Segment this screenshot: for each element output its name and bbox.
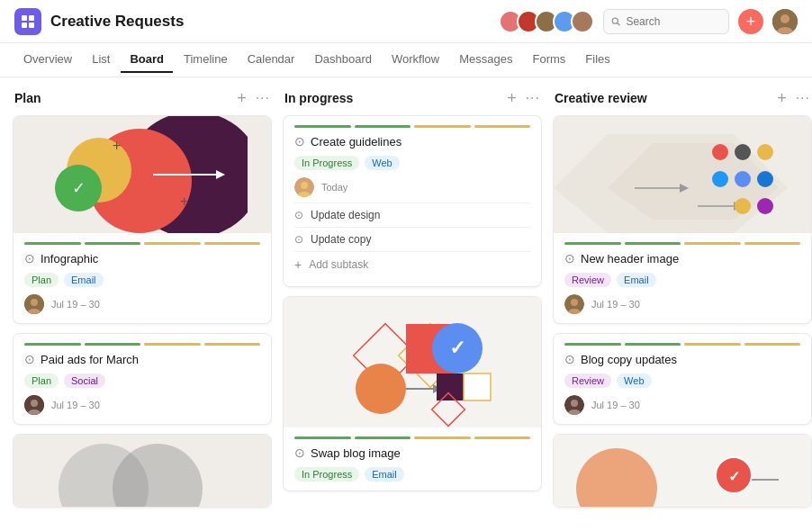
card-title-guidelines: ⊙ Create guidelines [294,134,530,148]
column-menu-inprogress[interactable]: ··· [526,90,540,106]
card-guidelines[interactable]: ⊙ Create guidelines In Progress Web Toda… [283,115,542,287]
check-icon: ⊙ [294,134,305,148]
card-image-swap-blog: ✓ [284,297,541,428]
column-add-review[interactable]: + [777,90,787,106]
subtask-update-copy[interactable]: ⊙ Update copy [294,227,530,251]
card-image-infographic: ✓ + + [14,116,271,233]
search-bar[interactable] [603,9,729,34]
card-review-fourth[interactable]: ✓ [553,434,812,508]
footer-avatar [294,177,314,197]
card-footer-blog-copy: Jul 19 – 30 [564,395,800,415]
tag-email: Email [617,273,656,287]
svg-point-61 [576,448,657,507]
app-title: Creative Requests [50,13,499,31]
check-icon: ⊙ [564,352,575,366]
subtask-check-icon: ⊙ [294,233,303,246]
tag-web: Web [365,156,399,170]
date-infographic: Jul 19 – 30 [51,299,100,310]
tags-swap-blog: In Progress Email [294,467,530,482]
svg-point-34 [356,364,406,414]
tags-blog-copy: Review Web [564,374,800,388]
footer-avatar [24,395,44,415]
review-fourth-art: ✓ [554,435,788,507]
plan-third-art [14,435,248,507]
card-swap-blog[interactable]: ✓ [283,296,542,491]
swap-blog-art: ✓ [300,297,525,428]
column-header-review: Creative review + ··· [553,90,812,106]
nav-item-board[interactable]: Board [121,47,173,73]
nav-item-calendar[interactable]: Calendar [239,47,304,73]
tag-inprogress: In Progress [294,467,359,482]
svg-point-49 [757,144,773,160]
tags-new-header: Review Email [564,273,800,287]
footer-avatar [564,294,584,314]
svg-point-48 [735,144,751,160]
column-title-review: Creative review [555,91,647,105]
column-menu-plan[interactable]: ··· [256,90,270,106]
app-icon [14,8,41,35]
nav-item-timeline[interactable]: Timeline [175,47,237,73]
nav-item-forms[interactable]: Forms [523,47,574,73]
nav-item-workflow[interactable]: Workflow [383,47,448,73]
card-body-infographic: ⊙ Infographic Plan Email Jul 19 – 30 [14,233,271,323]
subtask-update-design[interactable]: ⊙ Update design [294,202,530,227]
svg-point-53 [735,198,751,214]
infographic-art: ✓ + + [14,116,248,233]
card-blog-copy[interactable]: ⊙ Blog copy updates Review Web Jul 19 – … [553,333,812,425]
new-header-art [554,116,788,233]
column-header-inprogress: In progress + ··· [283,90,542,106]
add-subtask-btn[interactable]: + Add subtask [294,251,530,277]
date-guidelines: Today [321,182,347,193]
add-icon: + [294,257,302,272]
column-creative-review: Creative review + ··· [553,90,812,518]
tag-review: Review [564,374,611,388]
header: Creative Requests + [0,0,812,43]
nav-item-messages[interactable]: Messages [450,47,521,73]
nav-item-dashboard[interactable]: Dashboard [305,47,381,73]
svg-point-22 [31,400,38,407]
date-blog-copy: Jul 19 – 30 [591,400,640,410]
nav-item-files[interactable]: Files [576,47,618,73]
nav-bar: Overview List Board Timeline Calendar Da… [0,43,812,77]
svg-point-51 [735,171,751,187]
svg-text:+: + [180,194,188,209]
avatar [571,10,594,33]
svg-rect-38 [464,374,491,400]
card-title-infographic: ⊙ Infographic [24,251,260,266]
card-infographic[interactable]: ✓ + + ⊙ Infographic [13,115,272,324]
card-image-new-header [554,116,811,233]
svg-rect-2 [22,22,27,28]
column-menu-review[interactable]: ··· [796,90,810,106]
tag-plan: Plan [24,374,59,388]
grid-icon [21,14,35,29]
tags-paid-ads: Plan Social [24,374,260,388]
svg-text:+: + [113,138,121,153]
column-title-plan: Plan [14,91,41,105]
column-title-inprogress: In progress [284,91,353,105]
column-add-inprogress[interactable]: + [507,90,517,106]
column-header-plan: Plan + ··· [13,90,272,106]
date-new-header: Jul 19 – 30 [591,299,640,310]
card-title-paid-ads: ⊙ Paid ads for March [24,352,260,366]
tag-inprogress: In Progress [294,156,359,170]
card-image-review-fourth: ✓ [554,435,811,507]
tag-social: Social [64,374,105,388]
nav-item-list[interactable]: List [83,47,119,73]
svg-text:✓: ✓ [72,179,86,197]
card-plan-third[interactable] [13,434,272,508]
column-add-plan[interactable]: + [237,90,247,106]
svg-point-19 [31,299,38,306]
svg-point-47 [712,144,728,160]
card-new-header[interactable]: ⊙ New header image Review Email Jul 19 –… [553,115,812,324]
nav-item-overview[interactable]: Overview [14,47,81,73]
user-avatar[interactable] [772,9,798,34]
card-paid-ads[interactable]: ⊙ Paid ads for March Plan Social Jul 19 … [13,333,272,425]
svg-point-50 [712,171,728,187]
tag-email: Email [365,467,404,482]
card-body-new-header: ⊙ New header image Review Email Jul 19 –… [554,233,811,323]
svg-text:✓: ✓ [449,337,465,359]
check-icon: ⊙ [564,251,575,266]
svg-point-4 [612,18,618,23]
search-input[interactable] [626,15,721,28]
plus-button[interactable]: + [738,9,763,34]
